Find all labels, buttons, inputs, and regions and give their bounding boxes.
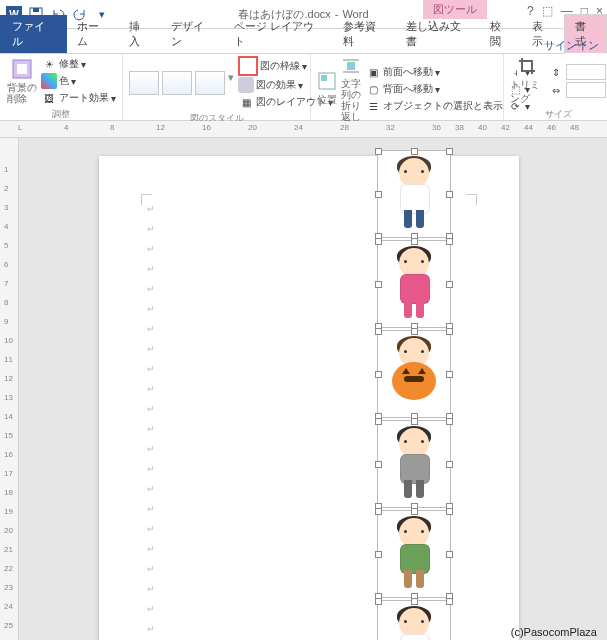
selection-pane-button[interactable]: ☰オブジェクトの選択と表示	[365, 98, 503, 114]
paragraph-mark: ↵	[147, 464, 155, 474]
paragraph-mark: ↵	[147, 484, 155, 494]
page: ↵↵↵↵↵↵↵↵↵↵↵↵↵↵↵↵↵↵↵↵↵↵	[99, 156, 519, 640]
resize-handle[interactable]	[446, 281, 453, 288]
paragraph-mark: ↵	[147, 304, 155, 314]
tab-page-layout[interactable]: ページ レイアウト	[224, 15, 333, 53]
resize-handle[interactable]	[411, 598, 418, 605]
resize-handle[interactable]	[446, 238, 453, 245]
resize-handle[interactable]	[375, 328, 382, 335]
ribbon-tabs: ファイル ホーム 挿入 デザイン ページ レイアウト 参考資料 差し込み文書 校…	[0, 29, 607, 54]
resize-handle[interactable]	[446, 328, 453, 335]
svg-rect-6	[347, 62, 355, 70]
resize-handle[interactable]	[375, 281, 382, 288]
child-girl-white[interactable]	[377, 600, 451, 640]
paragraph-mark: ↵	[147, 604, 155, 614]
document-canvas[interactable]: ↵↵↵↵↵↵↵↵↵↵↵↵↵↵↵↵↵↵↵↵↵↵ (c)PasocomPlaza	[19, 138, 607, 640]
resize-handle[interactable]	[446, 148, 453, 155]
resize-handle[interactable]	[375, 461, 382, 468]
send-backward-button[interactable]: ▢背面へ移動 ▾	[365, 81, 503, 97]
resize-handle[interactable]	[446, 461, 453, 468]
paragraph-mark: ↵	[147, 364, 155, 374]
style-thumb-2[interactable]	[162, 71, 192, 95]
paragraph-mark: ↵	[147, 564, 155, 574]
tab-references[interactable]: 参考資料	[333, 15, 396, 53]
resize-handle[interactable]	[446, 418, 453, 425]
paragraph-mark: ↵	[147, 544, 155, 554]
resize-handle[interactable]	[446, 551, 453, 558]
paragraph-mark: ↵	[147, 504, 155, 514]
watermark: (c)PasocomPlaza	[511, 626, 597, 638]
style-gallery-more[interactable]: ▾	[228, 71, 234, 95]
color-button[interactable]: 色 ▾	[41, 73, 116, 89]
resize-handle[interactable]	[446, 371, 453, 378]
paragraph-mark: ↵	[147, 624, 155, 634]
svg-rect-1	[33, 8, 39, 12]
paragraph-mark: ↵	[147, 264, 155, 274]
group-adjust: 背景の 削除 ☀修整 ▾ 色 ▾ 🖼アート効果 ▾ 調整	[0, 54, 123, 120]
group-size: トリミング ⇕ ⇔ サイズ	[504, 54, 607, 120]
corrections-button[interactable]: ☀修整 ▾	[41, 56, 116, 72]
resize-handle[interactable]	[375, 508, 382, 515]
group-arrange: 位置 文字列の 折り返し ▣前面へ移動 ▾ ▢背面へ移動 ▾ ☰オブジェクトの選…	[311, 54, 504, 120]
paragraph-mark: ↵	[147, 584, 155, 594]
resize-handle[interactable]	[375, 238, 382, 245]
height-input[interactable]: ⇕	[548, 64, 606, 80]
resize-handle[interactable]	[411, 508, 418, 515]
group-picture-styles: ▾ 図の枠線 ▾ 図の効果 ▾ ▦図のレイアウト ▾ 図のスタイル	[123, 54, 311, 120]
wrap-text-button[interactable]: 文字列の 折り返し	[341, 56, 361, 122]
tab-home[interactable]: ホーム	[67, 15, 119, 53]
svg-rect-5	[321, 75, 327, 81]
style-thumb-3[interactable]	[195, 71, 225, 95]
resize-handle[interactable]	[411, 238, 418, 245]
paragraph-mark: ↵	[147, 324, 155, 334]
resize-handle[interactable]	[446, 508, 453, 515]
workspace: 1234567891011121314151617181920212223242…	[0, 138, 607, 640]
paragraph-mark: ↵	[147, 424, 155, 434]
signin-link[interactable]: サインイン	[544, 38, 599, 53]
child-boy-green[interactable]	[377, 510, 451, 598]
resize-handle[interactable]	[375, 551, 382, 558]
tab-design[interactable]: デザイン	[161, 15, 224, 53]
svg-rect-3	[17, 64, 27, 74]
paragraph-mark: ↵	[147, 284, 155, 294]
paragraph-mark: ↵	[147, 524, 155, 534]
tab-review[interactable]: 校閲	[480, 15, 522, 53]
resize-handle[interactable]	[375, 371, 382, 378]
child-pumpkin[interactable]	[377, 330, 451, 418]
child-girl-pink[interactable]	[377, 240, 451, 328]
position-button[interactable]: 位置	[317, 71, 337, 107]
child-boy-1[interactable]	[377, 150, 451, 238]
paragraph-mark: ↵	[147, 204, 155, 214]
paragraph-mark: ↵	[147, 444, 155, 454]
resize-handle[interactable]	[375, 598, 382, 605]
paragraph-mark: ↵	[147, 344, 155, 354]
paragraph-mark: ↵	[147, 384, 155, 394]
width-input[interactable]: ⇔	[548, 82, 606, 98]
image-stack	[377, 150, 451, 640]
style-thumb-1[interactable]	[129, 71, 159, 95]
paragraph-mark: ↵	[147, 404, 155, 414]
resize-handle[interactable]	[446, 598, 453, 605]
crop-button[interactable]: トリミング	[510, 56, 544, 106]
margin-corner-tr	[466, 194, 477, 205]
paragraph-mark: ↵	[147, 244, 155, 254]
resize-handle[interactable]	[375, 191, 382, 198]
resize-handle[interactable]	[446, 191, 453, 198]
tab-insert[interactable]: 挿入	[119, 15, 161, 53]
tab-mailings[interactable]: 差し込み文書	[396, 15, 481, 53]
child-boy-gray[interactable]	[377, 420, 451, 508]
resize-handle[interactable]	[411, 148, 418, 155]
ruler-horizontal[interactable]: L4812162024283236384042444648	[0, 121, 607, 138]
file-tab[interactable]: ファイル	[0, 15, 67, 53]
paragraph-mark: ↵	[147, 224, 155, 234]
resize-handle[interactable]	[375, 418, 382, 425]
resize-handle[interactable]	[411, 328, 418, 335]
artistic-effects-button[interactable]: 🖼アート効果 ▾	[41, 90, 116, 106]
remove-background-button[interactable]: 背景の 削除	[6, 58, 37, 104]
ruler-vertical[interactable]: 1234567891011121314151617181920212223242…	[0, 138, 19, 640]
resize-handle[interactable]	[375, 148, 382, 155]
resize-handle[interactable]	[411, 418, 418, 425]
ribbon: 背景の 削除 ☀修整 ▾ 色 ▾ 🖼アート効果 ▾ 調整 ▾ 図の枠線 ▾ 図の…	[0, 54, 607, 121]
bring-forward-button[interactable]: ▣前面へ移動 ▾	[365, 64, 503, 80]
